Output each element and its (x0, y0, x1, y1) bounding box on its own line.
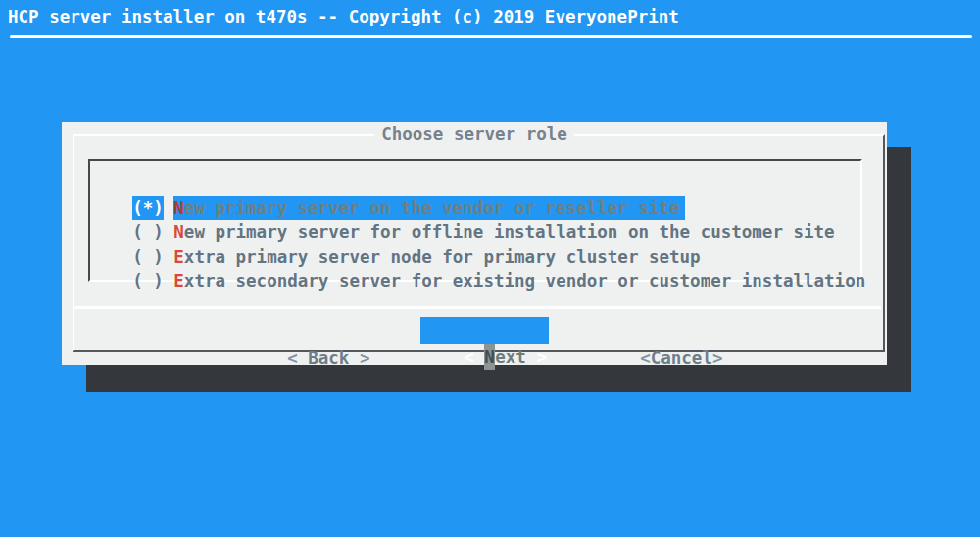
cancel-bracket-right: > (712, 348, 723, 367)
radio-option-1[interactable]: (*) New primary server on the vendor or … (91, 171, 685, 196)
radio-indicator: ( ) (132, 269, 164, 294)
next-bracket-left: < (464, 347, 474, 366)
cancel-button[interactable]: <Cancel> (599, 318, 722, 345)
back-button-label: Back (298, 348, 360, 367)
backtitle: HCP server installer on t470s -- Copyrig… (8, 5, 679, 29)
buttons-separator (74, 306, 881, 309)
next-bracket-right: > (536, 347, 547, 366)
back-bracket-left: < (287, 348, 298, 367)
radio-option-label: Extra secondary server for existing vend… (173, 269, 865, 294)
next-button-label: ext (495, 347, 526, 366)
dialog-title: Choose server role (374, 124, 574, 145)
back-bracket-right: > (360, 348, 370, 367)
radio-option-4[interactable]: ( ) Extra secondary server for existing … (91, 245, 865, 269)
next-pad-right (526, 347, 537, 366)
terminal-cursor: N (484, 344, 495, 370)
radio-option-2[interactable]: ( ) New primary server for offline insta… (91, 196, 835, 220)
next-button[interactable]: < Next > (420, 317, 549, 344)
dialog-choose-server-role: Choose server role < Back > < Next > <Ca… (62, 122, 887, 365)
radio-option-3[interactable]: ( ) Extra primary server node for primar… (91, 220, 701, 245)
hotkey-letter: E (173, 271, 184, 291)
next-pad-left (474, 347, 485, 366)
cancel-button-label: Cancel (651, 348, 712, 367)
backtitle-separator (10, 35, 972, 38)
cancel-bracket-left: < (640, 348, 651, 367)
dialog-title-row: Choose server role (62, 124, 887, 145)
back-button[interactable]: < Back > (246, 318, 369, 345)
